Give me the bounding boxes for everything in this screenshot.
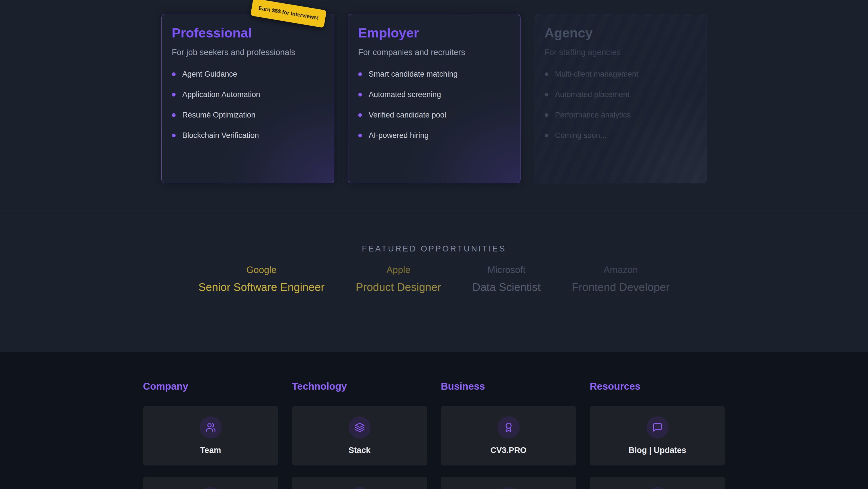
job-item-apple[interactable]: Apple Product Designer bbox=[356, 265, 441, 293]
footer-col-technology: Technology Stack bbox=[292, 381, 427, 489]
plan-title: Employer bbox=[358, 26, 510, 39]
plan-feature: Performance analytics bbox=[545, 111, 696, 119]
footer-card-label: CV3.PRO bbox=[491, 446, 526, 454]
plan-card-agency: Agency For staffing agencies Multi-clien… bbox=[534, 14, 707, 183]
bullet-icon bbox=[358, 113, 362, 117]
spacer-band bbox=[0, 324, 868, 352]
bullet-icon bbox=[545, 93, 548, 96]
bullet-icon bbox=[172, 134, 176, 137]
plan-feature-list: Smart candidate matching Automated scree… bbox=[358, 70, 510, 139]
footer-card-partial[interactable] bbox=[143, 477, 278, 489]
footer-card-partial[interactable] bbox=[292, 477, 427, 489]
plan-feature-label: AI-powered hiring bbox=[369, 132, 429, 139]
footer-col-resources: Resources Blog | Updates bbox=[590, 381, 725, 489]
plan-feature-label: Application Automation bbox=[182, 91, 260, 98]
plan-feature-label: Multi-client management bbox=[555, 70, 639, 78]
plan-title: Professional bbox=[172, 26, 324, 39]
plan-feature-label: Agent Guidance bbox=[182, 70, 238, 78]
footer-card-label: Blog | Updates bbox=[628, 446, 686, 454]
footer-card-partial[interactable] bbox=[441, 477, 576, 489]
message-icon bbox=[647, 416, 669, 438]
footer-card-stack[interactable]: Stack bbox=[292, 406, 427, 465]
footer-card-label: Team bbox=[200, 446, 221, 454]
footer-heading: Business bbox=[441, 381, 576, 391]
layers-icon bbox=[349, 416, 371, 438]
plan-feature-list: Multi-client management Automated placem… bbox=[545, 70, 696, 139]
plan-feature: Application Automation bbox=[172, 91, 324, 98]
bullet-icon bbox=[545, 73, 548, 76]
footer-col-business: Business CV3.PRO bbox=[441, 381, 576, 489]
bullet-icon bbox=[545, 134, 548, 137]
job-company: Apple bbox=[356, 265, 441, 275]
job-company: Microsoft bbox=[472, 265, 541, 275]
bullet-icon bbox=[172, 73, 176, 76]
footer: Company Team Technology Stack bbox=[0, 352, 868, 489]
job-company: Google bbox=[198, 265, 324, 275]
plan-feature-label: Automated placement bbox=[555, 91, 630, 98]
footer-columns: Company Team Technology Stack bbox=[0, 381, 868, 489]
plan-feature-label: Smart candidate matching bbox=[369, 70, 458, 78]
icon-circle bbox=[200, 487, 222, 489]
job-role: Senior Software Engineer bbox=[198, 282, 324, 293]
job-role: Data Scientist bbox=[472, 282, 541, 293]
plans-row: Professional For job seekers and profess… bbox=[0, 14, 868, 183]
plan-feature: Automated screening bbox=[358, 91, 510, 98]
bullet-icon bbox=[358, 134, 362, 137]
footer-card-partial[interactable] bbox=[590, 477, 725, 489]
featured-section: FEATURED OPPORTUNITIES Google Senior Sof… bbox=[0, 211, 868, 324]
plan-feature-label: Automated screening bbox=[369, 91, 441, 98]
plan-feature: Smart candidate matching bbox=[358, 70, 510, 78]
plan-feature: Multi-client management bbox=[545, 70, 696, 78]
job-item-amazon[interactable]: Amazon Frontend Developer bbox=[572, 265, 670, 293]
plan-feature: AI-powered hiring bbox=[358, 132, 510, 139]
plan-title: Agency bbox=[545, 26, 696, 39]
footer-card-label: Stack bbox=[349, 446, 370, 454]
job-item-google[interactable]: Google Senior Software Engineer bbox=[198, 265, 324, 293]
plan-feature-label: Verified candidate pool bbox=[369, 111, 446, 119]
footer-heading: Technology bbox=[292, 381, 427, 391]
plan-feature-label: Blockchain Verification bbox=[182, 132, 259, 139]
footer-heading: Resources bbox=[590, 381, 725, 391]
icon-circle bbox=[647, 487, 669, 489]
plan-feature-label: Performance analytics bbox=[555, 111, 631, 119]
bullet-icon bbox=[545, 113, 548, 117]
plan-subtitle: For job seekers and professionals bbox=[172, 48, 324, 56]
bullet-icon bbox=[172, 93, 176, 96]
plan-feature-label: Coming soon... bbox=[555, 132, 607, 139]
job-item-microsoft[interactable]: Microsoft Data Scientist bbox=[472, 265, 541, 293]
plan-feature: Coming soon... bbox=[545, 132, 696, 139]
plan-feature: Blockchain Verification bbox=[172, 132, 324, 139]
plan-feature: Verified candidate pool bbox=[358, 111, 510, 119]
footer-card-cv3pro[interactable]: CV3.PRO bbox=[441, 406, 576, 465]
plans-section: Earn $$$ for Interviews! Professional Fo… bbox=[0, 0, 868, 211]
featured-heading: FEATURED OPPORTUNITIES bbox=[0, 244, 868, 253]
bullet-icon bbox=[358, 93, 362, 96]
plan-feature: Automated placement bbox=[545, 91, 696, 98]
footer-card-team[interactable]: Team bbox=[143, 406, 278, 465]
plan-subtitle: For companies and recruiters bbox=[358, 48, 510, 56]
footer-card-blog[interactable]: Blog | Updates bbox=[590, 406, 725, 465]
plan-feature-list: Agent Guidance Application Automation Ré… bbox=[172, 70, 324, 139]
plan-feature-label: Résumé Optimization bbox=[182, 111, 255, 119]
job-role: Frontend Developer bbox=[572, 282, 670, 293]
icon-circle bbox=[498, 487, 520, 489]
award-icon bbox=[498, 416, 520, 438]
plan-feature: Résumé Optimization bbox=[172, 111, 324, 119]
job-role: Product Designer bbox=[356, 282, 441, 293]
plan-feature: Agent Guidance bbox=[172, 70, 324, 78]
bullet-icon bbox=[172, 113, 176, 117]
icon-circle bbox=[349, 487, 371, 489]
plan-subtitle: For staffing agencies bbox=[545, 48, 696, 56]
footer-col-company: Company Team bbox=[143, 381, 278, 489]
users-icon bbox=[200, 416, 222, 438]
bullet-icon bbox=[358, 73, 362, 76]
footer-heading: Company bbox=[143, 381, 278, 391]
plan-card-professional[interactable]: Professional For job seekers and profess… bbox=[161, 14, 334, 183]
plan-card-employer[interactable]: Employer For companies and recruiters Sm… bbox=[348, 14, 521, 183]
featured-jobs-row: Google Senior Software Engineer Apple Pr… bbox=[0, 265, 868, 293]
job-company: Amazon bbox=[572, 265, 670, 275]
